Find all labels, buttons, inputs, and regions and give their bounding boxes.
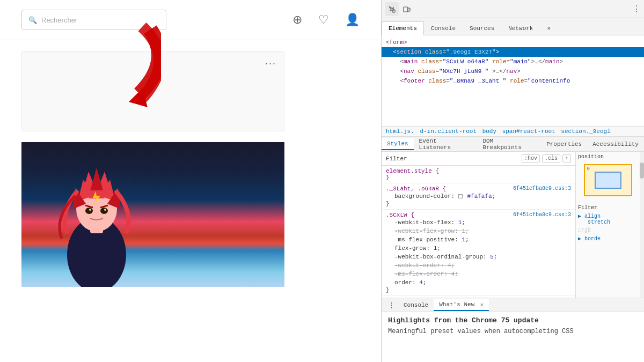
styles-subtabs: Styles Event Listeners DOM Breakpoints P…	[382, 137, 644, 152]
user-icon[interactable]: 👤	[345, 13, 360, 27]
tab-sources[interactable]: Sources	[463, 21, 501, 35]
content-card: ···	[21, 51, 284, 131]
styles-content: element.style { } ._3Laht, .o64aR { 6f45…	[382, 166, 575, 298]
filter-badges: :hov .cls +	[522, 154, 571, 162]
whats-new-close-button[interactable]: ✕	[480, 302, 484, 308]
svg-point-12	[100, 208, 108, 214]
svg-point-11	[85, 208, 93, 214]
devtools-more-icon: ⋮	[632, 4, 641, 14]
css-selector: element.style {	[386, 168, 439, 174]
card-menu-dots[interactable]: ···	[265, 58, 276, 69]
devtools-tabs: Elements Console Sources Network »	[382, 18, 644, 35]
compass-icon[interactable]: ⊕	[292, 13, 302, 27]
search-input[interactable]: 🔍 Rechercher	[21, 10, 166, 30]
subtab-styles[interactable]: Styles	[382, 138, 414, 150]
dom-line[interactable]: <nav class="NXc7H jLuN9 " >…</nav>	[382, 67, 644, 76]
css-property-strikethrough: -ms-flex-order: 4;	[386, 270, 571, 278]
box-model-inner	[595, 172, 621, 189]
box-model: 0	[580, 164, 635, 196]
color-checkbox: □rgb	[578, 227, 638, 233]
breadcrumb-react-root[interactable]: span#react-root	[502, 128, 555, 135]
position-label: position	[578, 154, 638, 160]
svg-rect-21	[408, 8, 410, 11]
css-property: -ms-flex-positive: 1;	[386, 235, 571, 244]
devtools-toolbar: ⋮	[382, 0, 644, 18]
scroll-thumb[interactable]	[640, 162, 644, 179]
filter-label: Filter	[386, 156, 407, 162]
breadcrumb-client-root[interactable]: d-in.client-root	[420, 128, 477, 135]
subtab-event-listeners[interactable]: Event Listeners	[414, 136, 478, 153]
dom-line-selected[interactable]: <section class="_9eogI E3X2T">	[382, 47, 644, 57]
styles-panel: Filter :hov .cls + element.style { }	[382, 152, 575, 298]
devtools-panel: ⋮ Elements Console Sources Network » <fo…	[381, 0, 644, 362]
css-property: -webkit-box-ordinal-group: 5;	[386, 253, 571, 261]
css-selector: ._3Laht, .o64aR {	[386, 186, 446, 192]
tab-console-bottom[interactable]: Console	[398, 300, 434, 311]
bottom-tabs: ⋮ Console What's New ✕	[382, 298, 644, 312]
elements-panel: <form> <section class="_9eogI E3X2T"> <m…	[382, 35, 644, 362]
toggle-device-button[interactable]	[400, 2, 414, 16]
tab-console[interactable]: Console	[424, 21, 463, 35]
tab-elements[interactable]: Elements	[382, 21, 424, 35]
border-label: ▶ borde	[578, 235, 638, 242]
subtab-properties[interactable]: Properties	[541, 139, 587, 150]
hov-badge[interactable]: :hov	[522, 154, 540, 162]
dom-line[interactable]: <form>	[382, 38, 644, 47]
computed-mini-panel: position 0 Filter ▶ align stretch □r	[575, 152, 640, 298]
scroll-track[interactable]	[640, 152, 644, 298]
filter-label-computed: Filter	[578, 205, 638, 211]
whats-new-title: Highlights from the Chrome 75 update	[388, 316, 638, 324]
svg-point-14	[104, 209, 106, 211]
styles-main-area: Filter :hov .cls + element.style { }	[382, 152, 644, 298]
breadcrumb-section[interactable]: section._9eogl	[561, 128, 610, 135]
subtab-accessibility[interactable]: Accessibility	[587, 139, 644, 150]
css-rule-scxlw: .SCxLW { 6f451cfba8c9.css:3 -webkit-box-…	[382, 210, 575, 296]
styles-filter-bar: Filter :hov .cls +	[382, 152, 575, 166]
search-placeholder: Rechercher	[41, 16, 77, 24]
css-source-link[interactable]: 6f451cfba8c9.css:3	[513, 212, 571, 218]
css-property-strikethrough: -webkit-order: 4;	[386, 261, 571, 270]
whats-new-subtitle: Meaningful preset values when autocomple…	[388, 328, 638, 335]
css-rule-element-style: element.style { }	[382, 166, 575, 183]
css-selector: .SCxLW {	[386, 212, 414, 218]
css-property: order: 4;	[386, 278, 571, 287]
bottom-content: Highlights from the Chrome 75 update Mea…	[382, 312, 644, 362]
box-model-outer: 0	[584, 164, 632, 196]
bottom-panel-menu[interactable]: ⋮	[385, 301, 398, 309]
website-content: ···	[0, 40, 381, 298]
cls-badge[interactable]: .cls	[542, 154, 560, 162]
header-icons: ⊕ ♡ 👤	[292, 13, 360, 27]
dom-line[interactable]: <footer class="_8Rna9 _3Laht " role="con…	[382, 76, 644, 86]
dom-tree: <form> <section class="_9eogI E3X2T"> <m…	[382, 35, 644, 127]
css-property: background-color: #fafafa;	[386, 192, 571, 201]
subtab-dom-breakpoints[interactable]: DOM Breakpoints	[477, 136, 541, 153]
breadcrumb-html[interactable]: html.js.	[386, 128, 414, 135]
tab-whats-new[interactable]: What's New ✕	[434, 299, 489, 311]
website-header: 🔍 Rechercher ⊕ ♡ 👤	[0, 0, 381, 40]
svg-marker-10	[90, 168, 103, 190]
search-icon: 🔍	[28, 16, 37, 24]
anime-image	[21, 142, 284, 287]
breadcrumb-body[interactable]: body	[482, 128, 496, 135]
align-value[interactable]: ▶ align stretch	[578, 213, 638, 225]
svg-point-13	[89, 209, 91, 211]
website-panel: 🔍 Rechercher ⊕ ♡ 👤 ···	[0, 0, 381, 362]
plus-badge[interactable]: +	[562, 154, 571, 162]
color-swatch	[458, 194, 463, 198]
css-property-strikethrough: -webkit-flex-grow: 1;	[386, 227, 571, 235]
dom-line[interactable]: <main class="SCxLW o64aR" role="main">…<…	[382, 57, 644, 67]
heart-icon[interactable]: ♡	[318, 13, 329, 27]
svg-rect-20	[404, 7, 408, 12]
bottom-panel: ⋮ Console What's New ✕ Highlights from t…	[382, 298, 644, 362]
inspect-element-button[interactable]	[385, 2, 399, 16]
css-property: flex-grow: 1;	[386, 244, 571, 253]
css-rule-background: ._3Laht, .o64aR { 6f451cfba8c9.css:3 bac…	[382, 183, 575, 210]
css-property: -webkit-box-flex: 1;	[386, 218, 571, 227]
box-label: 0	[587, 166, 590, 172]
css-source-link[interactable]: 6f451cfba8c9.css:3	[513, 186, 571, 191]
tab-network[interactable]: Network	[501, 21, 540, 35]
tab-more[interactable]: »	[540, 21, 558, 35]
character-svg	[43, 147, 150, 287]
